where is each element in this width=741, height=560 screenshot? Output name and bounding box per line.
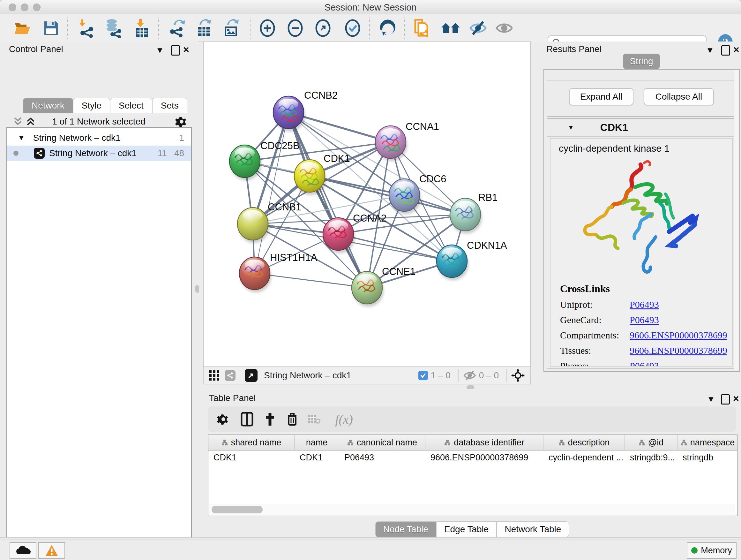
tab-select[interactable]: Select [110,98,152,113]
cell-canonicalname[interactable]: P06493 [339,450,425,465]
node-label-CCNA1: CCNA1 [406,121,439,132]
import-network-file-icon[interactable] [76,19,96,37]
cell-namespace[interactable]: stringdb [677,450,738,465]
warnings-button[interactable] [38,542,65,559]
results-scrollbar[interactable] [734,70,739,370]
column-header-databaseidentifier[interactable]: database identifier [425,435,543,450]
node-CCNB2[interactable]: CCNB2 [273,90,338,132]
import-table-icon[interactable] [132,19,152,37]
scrollbar-thumb[interactable] [212,506,263,513]
show-all-eye-icon[interactable] [494,19,514,37]
node-label-HIST1H1A: HIST1H1A [270,252,317,263]
crosslink-link[interactable]: P06493 [630,314,659,325]
close-panel-icon[interactable]: × [733,44,739,56]
open-session-icon[interactable] [12,19,32,37]
table-row[interactable]: CDK1CDK1P064939606.ENSP00000378699cyclin… [208,450,737,465]
node-CDK1[interactable]: CDK1 [294,153,350,195]
column-header-description[interactable]: description [543,435,625,450]
float-panel-icon[interactable] [721,394,730,406]
crosslink-link[interactable]: 9606.ENSP00000378699 [630,330,727,341]
node-CDKN1A[interactable]: CDKN1A [436,240,507,280]
birdseye-view-icon[interactable] [245,369,258,382]
string-network-graph[interactable]: CCNB2CCNA1CDC25BCDK1CDC6RB1CCNB1CCNA2CDK… [204,42,530,366]
save-session-icon[interactable] [41,19,61,37]
cell-databaseidentifier[interactable]: 9606.ENSP00000378699 [425,450,543,465]
network-row[interactable]: String Network – cdk1 11 48 [7,145,191,161]
tab-node-table[interactable]: Node Table [375,521,436,537]
zoom-out-icon[interactable] [285,19,305,37]
vertical-splitter-handle[interactable] [195,285,199,293]
node-CCNA1[interactable]: CCNA1 [375,121,439,161]
close-panel-icon[interactable]: × [733,393,739,405]
import-network-database-icon[interactable] [104,19,123,37]
function-builder-icon[interactable]: f(x) [330,411,358,428]
collapse-all-button[interactable]: Collapse All [644,88,714,105]
delete-table-icon[interactable] [306,411,323,428]
panel-menu-icon[interactable]: ▼ [156,45,164,55]
tab-sets[interactable]: Sets [152,98,187,113]
cdk1-section-header[interactable]: ▼ CDK1 [547,119,736,137]
network-overview-icon[interactable] [225,370,235,381]
column-header-canonicalname[interactable]: canonical name [339,435,425,450]
pan-crosshair-icon[interactable] [511,369,525,382]
edge-CCNB2-HIST1H1A[interactable] [255,112,288,273]
node-CCNE1[interactable]: CCNE1 [352,266,415,307]
hide-selected-eye-icon[interactable] [468,19,488,37]
network-view-canvas[interactable]: CCNB2CCNA1CDC25BCDK1CDC6RB1CCNB1CCNA2CDK… [203,42,531,366]
tab-string[interactable]: String [623,54,660,69]
cell-name[interactable]: CDK1 [294,450,339,465]
panel-menu-icon[interactable]: ▼ [706,45,714,55]
control-panel-tabs: NetworkStyleSelectSets [23,98,187,113]
panel-menu-icon[interactable]: ▼ [707,394,715,404]
tab-network[interactable]: Network [23,98,73,113]
float-panel-icon[interactable] [171,45,180,57]
cell-description[interactable]: cyclin-dependent ... [543,450,625,465]
crosslink-link[interactable]: P06493 [630,361,659,367]
zoom-in-icon[interactable] [258,19,277,37]
edge-HIST1H1A-CCNE1[interactable] [255,273,367,288]
column-header-name[interactable]: name [294,435,339,450]
apply-layout-icon[interactable] [378,19,398,37]
cloud-status-button[interactable] [10,542,37,559]
node-CDC25B[interactable]: CDC25B [229,140,299,180]
crosslink-link[interactable]: 9606.ENSP00000378699 [630,345,727,356]
expand-all-button[interactable]: Expand All [569,88,633,105]
section-collapse-arrow-icon[interactable]: ▼ [568,124,574,131]
shared-column-icon [444,439,451,446]
column-header-sharedname[interactable]: shared name [208,435,294,450]
table-horizontal-scrollbar[interactable] [209,504,735,515]
grid-view-icon[interactable] [209,370,219,381]
network-collection-row[interactable]: ▼ String Network – cdk1 1 [7,130,191,145]
warning-icon [45,544,58,557]
tab-network-table[interactable]: Network Table [496,521,569,537]
table-settings-gear-icon[interactable] [215,411,232,428]
gear-icon[interactable] [176,116,188,128]
cell-id[interactable]: stringdb:9... [625,450,677,465]
home-icon[interactable] [441,19,461,37]
node-HIST1H1A[interactable]: HIST1H1A [239,252,317,293]
collection-expand-arrow-icon[interactable]: ▼ [18,134,25,142]
add-column-icon[interactable] [261,411,279,428]
shared-column-icon [638,439,645,446]
clone-network-icon[interactable] [413,19,433,37]
selected-nodes-checkbox-icon[interactable] [418,371,428,380]
column-header-id[interactable]: @id [625,435,677,450]
tab-style[interactable]: Style [73,98,110,113]
float-panel-icon[interactable] [721,45,730,57]
close-panel-icon[interactable]: × [183,44,189,56]
show-columns-icon[interactable] [239,411,256,428]
zoom-fit-icon[interactable] [313,19,333,37]
column-header-namespace[interactable]: namespace [677,435,738,450]
horizontal-splitter-handle[interactable] [467,385,474,389]
zoom-selected-icon[interactable] [343,19,362,37]
cell-sharedname[interactable]: CDK1 [208,450,294,465]
crosslink-link[interactable]: P06493 [630,299,659,310]
node-RB1[interactable]: RB1 [450,192,497,234]
export-network-icon[interactable] [167,19,187,37]
tab-edge-table[interactable]: Edge Table [436,521,497,537]
memory-button[interactable]: Memory [687,542,737,559]
export-table-icon[interactable] [194,19,214,37]
protein-structure-image [569,158,707,282]
export-image-icon[interactable] [221,19,241,37]
delete-column-trash-icon[interactable] [284,411,301,428]
